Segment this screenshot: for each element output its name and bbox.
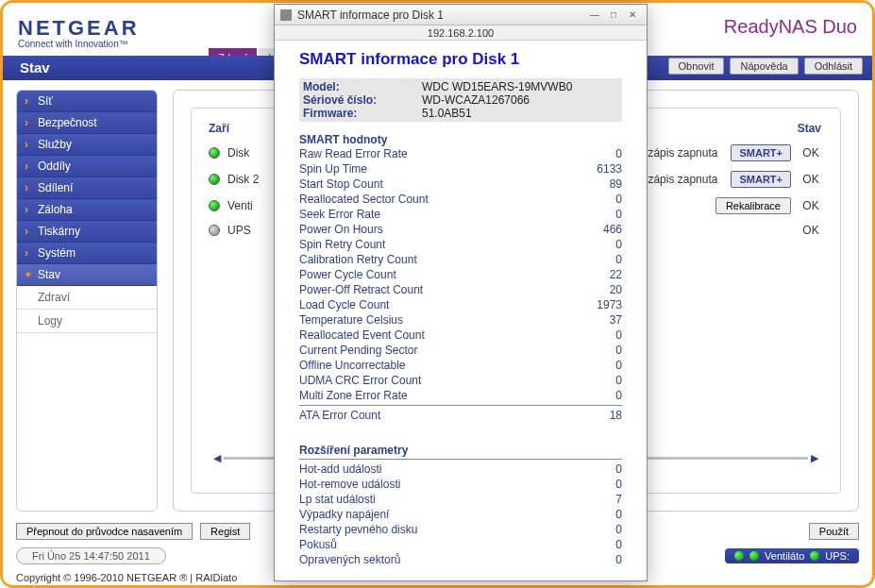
smart-attr-value: 0 bbox=[575, 358, 622, 373]
sidebar-item-služby[interactable]: Služby bbox=[17, 134, 157, 156]
status-right: Ventiláto UPS: bbox=[725, 548, 859, 563]
smart-attr-value: 0 bbox=[575, 343, 622, 358]
sidebar-item-záloha[interactable]: Záloha bbox=[17, 199, 157, 221]
smart-row: Power Cycle Count22 bbox=[299, 267, 622, 282]
smart-attr-value: 0 bbox=[575, 146, 622, 161]
ext-row: Výpadky napájení0 bbox=[299, 507, 622, 522]
slider-right-icon[interactable]: ▶ bbox=[808, 452, 821, 464]
smart-attr-label: Reallocated Sector Count bbox=[299, 192, 429, 207]
close-icon[interactable]: ✕ bbox=[624, 8, 641, 22]
register-button[interactable]: Regist bbox=[200, 523, 250, 540]
separator bbox=[299, 405, 622, 406]
logo: NETGEAR Connect with Innovation™ bbox=[18, 16, 140, 49]
info-label: Firmware: bbox=[299, 107, 422, 120]
status-time: Fri Úno 25 14:47:50 2011 bbox=[16, 547, 166, 564]
copyright: Copyright © 1996-2010 NETGEAR ® | RAIDia… bbox=[16, 572, 237, 583]
smart-row: Temperature Celsius37 bbox=[299, 312, 622, 328]
help-button[interactable]: Nápověda bbox=[730, 58, 798, 75]
sidebar-item-oddíly[interactable]: Oddíly bbox=[17, 156, 157, 177]
ext-attr-value: 0 bbox=[575, 537, 622, 552]
wizard-button[interactable]: Přepnout do průvodce nasavením bbox=[16, 523, 193, 540]
modal-title: SMART informace pro Disk 1 bbox=[297, 8, 584, 22]
recalibrate-button[interactable]: Rekalibrace bbox=[715, 197, 791, 214]
minimize-icon[interactable]: — bbox=[586, 8, 603, 22]
smart-button[interactable]: SMART+ bbox=[731, 144, 791, 161]
smart-attr-value: 0 bbox=[575, 373, 622, 388]
apply-button[interactable]: Použít bbox=[809, 523, 859, 540]
ext-row: Opravených sektorů0 bbox=[299, 552, 622, 567]
slider-left-icon[interactable]: ◀ bbox=[210, 452, 224, 464]
info-value: 51.0AB51 bbox=[422, 107, 622, 120]
smart-attr-value: 0 bbox=[575, 237, 622, 252]
smart-row: Start Stop Count89 bbox=[299, 176, 622, 192]
smart-row: Power-Off Retract Count20 bbox=[299, 282, 622, 297]
smart-attr-label: Raw Read Error Rate bbox=[299, 146, 408, 161]
logout-button[interactable]: Odhlásit bbox=[804, 58, 863, 75]
ext-attr-label: Opravených sektorů bbox=[299, 552, 400, 567]
ext-attr-value: 0 bbox=[575, 462, 622, 477]
info-label: Sériové číslo: bbox=[299, 93, 422, 107]
ext-row: Pokusů0 bbox=[299, 537, 622, 552]
status-dot-icon bbox=[749, 551, 759, 561]
smart-row: Seek Error Rate0 bbox=[299, 207, 622, 222]
smart-row: UDMA CRC Error Count0 bbox=[299, 373, 622, 388]
smart-attr-value: 1973 bbox=[575, 297, 622, 312]
smart-attr-label: Reallocated Event Count bbox=[299, 328, 425, 343]
info-row: Sériové číslo:WD-WCAZA1267066 bbox=[299, 93, 622, 107]
smart-attr-label: Spin Up Time bbox=[299, 161, 367, 176]
smart-attr-value: 0 bbox=[575, 388, 622, 403]
modal-titlebar[interactable]: SMART informace pro Disk 1 — □ ✕ bbox=[275, 5, 647, 25]
ext-attr-label: Lp stat události bbox=[299, 492, 376, 507]
smart-row: Power On Hours466 bbox=[299, 222, 622, 237]
sidebar-item-tiskárny[interactable]: Tiskárny bbox=[17, 221, 157, 243]
smart-modal: SMART informace pro Disk 1 — □ ✕ 192.168… bbox=[274, 4, 648, 581]
sidebar-item-stav[interactable]: Stav bbox=[17, 264, 157, 286]
brand-name: NETGEAR bbox=[18, 16, 140, 41]
device-desc: zápis zapnuta bbox=[648, 146, 717, 160]
sidebar-sub-logy[interactable]: Logy bbox=[17, 310, 157, 333]
sidebar-sub-zdraví[interactable]: Zdraví bbox=[17, 286, 157, 310]
smart-row: Load Cycle Count1973 bbox=[299, 297, 622, 312]
smart-attr-label: Offline Uncorrectable bbox=[299, 358, 406, 373]
modal-heading: SMART informace pro Disk 1 bbox=[299, 50, 622, 69]
ext-row: Hot-add události0 bbox=[299, 462, 622, 477]
info-value: WDC WD15EARS-19MVWB0 bbox=[422, 80, 622, 93]
smart-attr-value: 89 bbox=[575, 176, 622, 192]
smart-attr-value: 0 bbox=[575, 328, 622, 343]
status-dot-icon bbox=[209, 200, 220, 211]
ata-value: 18 bbox=[575, 408, 622, 423]
ext-attr-value: 0 bbox=[575, 522, 622, 537]
ext-attr-value: 7 bbox=[575, 492, 622, 507]
status-dot-icon bbox=[734, 551, 744, 561]
status-ups: UPS: bbox=[825, 550, 850, 562]
sidebar-item-systém[interactable]: Systém bbox=[17, 243, 157, 264]
smart-attr-label: Calibration Retry Count bbox=[299, 252, 417, 267]
sidebar-item-sdílení[interactable]: Sdílení bbox=[17, 177, 157, 199]
info-label: Model: bbox=[299, 80, 422, 93]
smart-button[interactable]: SMART+ bbox=[731, 171, 791, 188]
sidebar-item-síť[interactable]: Síť bbox=[17, 91, 157, 112]
maximize-icon[interactable]: □ bbox=[605, 8, 622, 22]
smart-row: Spin Retry Count0 bbox=[299, 237, 622, 252]
ext-attr-value: 0 bbox=[575, 477, 622, 492]
info-value: WD-WCAZA1267066 bbox=[422, 93, 622, 107]
smart-attr-value: 6133 bbox=[575, 161, 622, 176]
refresh-button[interactable]: Obnovit bbox=[668, 58, 725, 75]
smart-attr-value: 37 bbox=[575, 312, 622, 328]
bar-actions: Obnovit Nápověda Odhlásit bbox=[668, 58, 863, 75]
sidebar: SíťBezpečnostSlužbyOddílySdíleníZálohaTi… bbox=[16, 90, 158, 512]
smart-row: Multi Zone Error Rate0 bbox=[299, 388, 622, 403]
smart-attr-label: Load Cycle Count bbox=[299, 297, 389, 312]
smart-row: Current Pending Sector0 bbox=[299, 343, 622, 358]
info-row: Firmware:51.0AB51 bbox=[299, 107, 622, 120]
modal-address: 192.168.2.100 bbox=[275, 25, 647, 41]
smart-row: Reallocated Event Count0 bbox=[299, 328, 622, 343]
smart-row: Offline Uncorrectable0 bbox=[299, 358, 622, 373]
sidebar-item-bezpečnost[interactable]: Bezpečnost bbox=[17, 112, 157, 134]
ok-label: OK bbox=[799, 146, 823, 160]
smart-attr-value: 0 bbox=[575, 207, 622, 222]
device-desc: zápis zapnuta bbox=[648, 173, 717, 186]
col-stav: Stav bbox=[798, 122, 821, 135]
ext-attr-label: Restarty pevného disku bbox=[299, 522, 417, 537]
ext-attr-value: 0 bbox=[575, 552, 622, 567]
